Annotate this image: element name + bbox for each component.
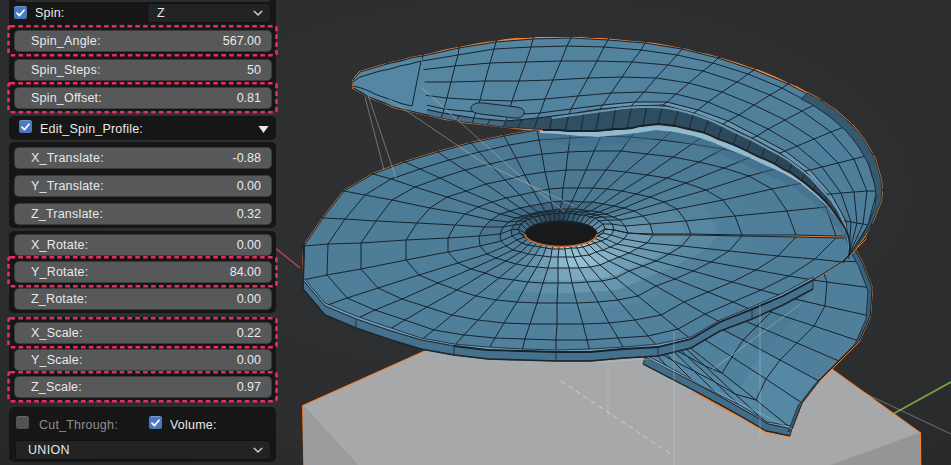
chevron-down-icon [253,10,263,16]
slider-value: 0.32 [237,207,261,221]
slider-y_translate[interactable]: Y_Translate:0.00 [15,176,271,196]
slider-z_rotate[interactable]: Z_Rotate:0.00 [15,289,271,309]
slider-value: 84.00 [230,265,261,279]
spin-axis-dropdown[interactable]: Z [147,3,271,23]
slider-label: X_Translate: [31,151,104,165]
dropdown-value: Z [157,6,165,20]
slider-value: 0.97 [237,380,261,394]
volume-checkbox[interactable] [149,416,162,429]
spin-label: Spin: [35,6,65,20]
slider-y_scale[interactable]: Y_Scale:0.00 [15,350,271,370]
slider-value: -0.88 [233,151,262,165]
slider-label: Z_Translate: [31,207,103,221]
slider-x_scale[interactable]: X_Scale:0.22 [15,323,271,343]
boolean-mode-dropdown[interactable]: UNION [15,440,271,460]
slider-label: X_Scale: [31,326,83,340]
slider-z_scale[interactable]: Z_Scale:0.97 [15,377,271,397]
slider-value: 0.00 [237,238,261,252]
slider-label: Y_Translate: [31,179,104,193]
operator-panel: Spin:Z Spin_Angle:567.00 Spin_Steps:50 S… [0,0,290,465]
slider-label: Spin_Offset: [31,91,102,105]
slider-label: Y_Rotate: [31,265,88,279]
slider-label: Spin_Steps: [31,63,101,77]
slider-label: Spin_Angle: [31,34,101,48]
slider-value: 0.00 [237,292,261,306]
slider-value: 0.00 [237,179,261,193]
dropdown-value: UNION [28,443,70,457]
slider-label: Z_Rotate: [31,292,88,306]
slider-x_translate[interactable]: X_Translate:-0.88 [15,148,271,168]
cut-through-checkbox[interactable] [16,416,29,429]
slider-value: 0.22 [237,326,261,340]
slider-value: 50 [247,63,261,77]
edit-spin-profile-checkbox[interactable] [19,120,32,133]
slider-value: 0.81 [237,91,261,105]
blender-window: Spin:Z Spin_Angle:567.00 Spin_Steps:50 S… [0,0,951,465]
slider-value: 567.00 [223,34,261,48]
slider-label: Z_Scale: [31,380,82,394]
cut-through-label: Cut_Through: [39,418,118,432]
slider-label: X_Rotate: [31,238,88,252]
slider-spin_offset[interactable]: Spin_Offset:0.81 [15,88,271,108]
volume-label: Volume: [170,418,217,432]
slider-z_translate[interactable]: Z_Translate:0.32 [15,204,271,224]
chevron-down-icon [253,447,263,453]
slider-value: 0.00 [237,353,261,367]
spin-checkbox[interactable] [14,6,27,19]
edit-spin-profile-label: Edit_Spin_Profile: [40,122,143,136]
cutoff-widget [15,0,271,2]
slider-spin_angle[interactable]: Spin_Angle:567.00 [15,31,271,51]
slider-label: Y_Scale: [31,353,83,367]
slider-x_rotate[interactable]: X_Rotate:0.00 [15,235,271,255]
slider-spin_steps[interactable]: Spin_Steps:50 [15,60,271,80]
collapse-triangle-icon[interactable] [258,125,269,133]
slider-y_rotate[interactable]: Y_Rotate:84.00 [15,262,271,282]
